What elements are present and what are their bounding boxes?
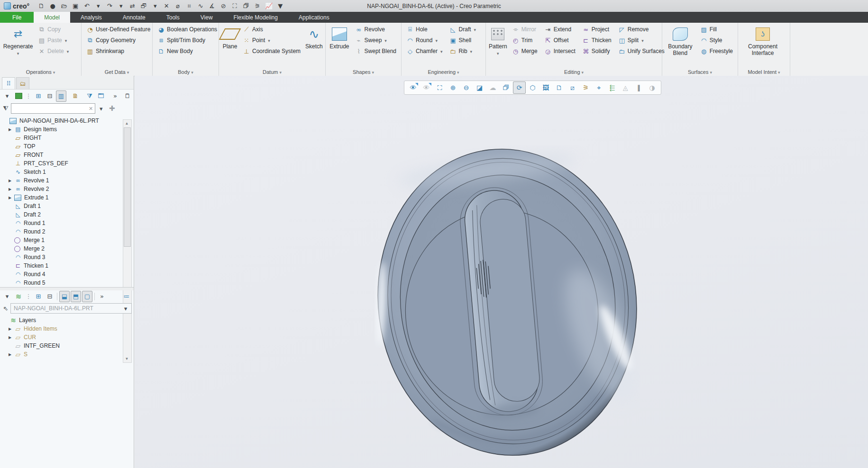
group-label-shapes[interactable]: Shapes bbox=[326, 69, 401, 75]
new-body-button[interactable]: New Body bbox=[155, 46, 219, 56]
scroll-thumb[interactable] bbox=[124, 127, 131, 247]
model-tree-tab[interactable] bbox=[2, 77, 15, 89]
graphics-viewport[interactable]: 👁👁⛶⊕⊖◪☁🗇⟳⬡🖽🗋⧄⚞⌖⬱◬∥◑ bbox=[135, 76, 868, 468]
toolbar-overflow-button[interactable] bbox=[110, 90, 120, 102]
layers-collapse-all-button[interactable] bbox=[45, 291, 55, 302]
window-switch-arrow-icon[interactable]: ▾ bbox=[150, 1, 160, 11]
measure-diameter-icon[interactable]: ⊘ bbox=[218, 1, 228, 11]
layer-item-s[interactable]: ▶ S bbox=[8, 350, 134, 359]
intersect-button[interactable]: Intersect bbox=[542, 46, 577, 56]
layer-item-hidden-items[interactable]: ▶ Hidden Items bbox=[8, 324, 134, 333]
axis-button[interactable]: Axis bbox=[241, 24, 302, 35]
swept-blend-button[interactable]: Swept Blend bbox=[353, 46, 398, 56]
layers-root[interactable]: ▶ Layers bbox=[3, 316, 134, 324]
layers-overflow-button[interactable] bbox=[97, 291, 107, 302]
paste-button[interactable]: Paste bbox=[36, 35, 71, 45]
pattern-button[interactable]: Pattern bbox=[489, 24, 507, 67]
ribbon-tab[interactable]: Applications bbox=[288, 12, 340, 23]
tree-filter-input[interactable] bbox=[13, 105, 89, 112]
collapse-all-button[interactable] bbox=[45, 90, 55, 102]
group-label-editing[interactable]: Editing bbox=[486, 69, 662, 75]
component-interface-button[interactable]: ʖ Component Interface bbox=[741, 24, 785, 67]
spin-center-icon[interactable]: ⬱ bbox=[606, 81, 619, 94]
tree-root-part[interactable]: ▶ NAP-NGOAI_BINH-DA-6L.PRT bbox=[3, 117, 134, 125]
close-window-icon[interactable]: ✕ bbox=[161, 1, 172, 11]
repaint-icon[interactable]: ◪ bbox=[473, 81, 486, 94]
tree-item-right[interactable]: ▶ RIGHT bbox=[8, 134, 134, 142]
show-hide-items-icon[interactable]: 👁 bbox=[407, 81, 420, 94]
tree-item-revolve-2[interactable]: ▶ Revolve 2 bbox=[8, 185, 134, 193]
tree-item-round-1[interactable]: ▶ Round 1 bbox=[8, 219, 134, 227]
split-button[interactable]: Split bbox=[616, 35, 667, 45]
expand-arrow[interactable]: ▶ bbox=[8, 127, 12, 132]
copy-geometry-button[interactable]: Copy Geometry bbox=[84, 35, 152, 45]
hole-button[interactable]: Hole bbox=[404, 24, 445, 35]
unify-surfaces-button[interactable]: Unify Surfaces bbox=[616, 46, 667, 56]
layers-menu-arrow[interactable] bbox=[2, 291, 12, 302]
tree-item-round-2[interactable]: ▶ Round 2 bbox=[8, 227, 134, 236]
hide-layer-items-toggle[interactable] bbox=[71, 291, 81, 302]
regenerate-button[interactable]: Regenerate bbox=[3, 24, 33, 67]
shrinkwrap-button[interactable]: Shrinkwrap bbox=[84, 46, 152, 56]
undo-arrow-icon[interactable]: ▾ bbox=[93, 1, 103, 11]
expand-arrow[interactable]: ▶ bbox=[8, 187, 12, 191]
datum-display-icon[interactable]: ⚞ bbox=[579, 81, 592, 94]
tree-item-revolve-1[interactable]: ▶ Revolve 1 bbox=[8, 176, 134, 185]
customize-arrow-icon[interactable]: ▼ bbox=[275, 1, 285, 11]
tree-item-merge-2[interactable]: ▶ Merge 2 bbox=[8, 244, 134, 253]
display-style-icon[interactable]: 🗇 bbox=[500, 81, 512, 94]
saved-orientations-icon[interactable]: ⟳ bbox=[513, 81, 526, 94]
expand-arrow[interactable]: ▶ bbox=[8, 179, 12, 183]
window-switch-icon[interactable]: 🗗 bbox=[138, 1, 149, 11]
active-model-icon[interactable] bbox=[13, 90, 24, 102]
point-button[interactable]: Point bbox=[241, 35, 302, 45]
tree-list-view-button[interactable] bbox=[122, 90, 133, 102]
group-label-operations[interactable]: Operations bbox=[0, 69, 81, 75]
tree-settings-button[interactable] bbox=[96, 90, 106, 102]
rib-button[interactable]: Rib bbox=[448, 46, 478, 56]
filter-add-button[interactable] bbox=[107, 103, 117, 114]
zoom-in-icon[interactable]: ⊕ bbox=[447, 81, 459, 94]
redo-icon[interactable]: ↷ bbox=[104, 1, 115, 11]
extend-button[interactable]: Extend bbox=[542, 24, 577, 35]
tree-item-round-4[interactable]: ▶ Round 4 bbox=[8, 270, 134, 279]
recent-visibility-icon[interactable]: 👁 bbox=[420, 81, 433, 94]
group-label-body[interactable]: Body bbox=[153, 69, 219, 75]
layer-expand-arrow[interactable]: ▶ bbox=[8, 335, 12, 340]
ribbon-tab[interactable]: Tools bbox=[156, 12, 190, 23]
measure-angle-icon[interactable]: ∡ bbox=[207, 1, 217, 11]
tree-item-sketch-1[interactable]: ▶ Sketch 1 bbox=[8, 168, 134, 176]
sketch-button[interactable]: ∿ Sketch bbox=[305, 24, 323, 67]
ribbon-tab[interactable]: View bbox=[190, 12, 223, 23]
style-button[interactable]: Style bbox=[698, 35, 735, 45]
undo-icon[interactable]: ↶ bbox=[82, 1, 92, 11]
perspective-view-icon[interactable]: 🗋 bbox=[553, 81, 566, 94]
tree-item-round-5[interactable]: ▶ Round 5 bbox=[8, 279, 134, 287]
group-label-get-data[interactable]: Get Data bbox=[82, 69, 152, 75]
plane-button[interactable]: Plane bbox=[222, 24, 238, 67]
graph-tool-icon[interactable]: 📈 bbox=[264, 1, 274, 11]
tree-columns-button[interactable] bbox=[56, 90, 66, 102]
delete-button[interactable]: Delete bbox=[36, 46, 71, 56]
3d-model-cap[interactable] bbox=[375, 146, 640, 462]
save-icon[interactable]: ▣ bbox=[70, 1, 81, 11]
chamfer-button[interactable]: Chamfer bbox=[404, 46, 445, 56]
layer-expand-arrow[interactable]: ▶ bbox=[8, 352, 12, 357]
ribbon-tab[interactable]: Annotate bbox=[112, 12, 156, 23]
layers-model-combo-input[interactable] bbox=[13, 305, 122, 312]
shading-quality-icon[interactable]: ☁ bbox=[486, 81, 499, 94]
material-icon[interactable]: ● bbox=[47, 1, 58, 11]
tree-item-prt-csys-def[interactable]: ▶ PRT_CSYS_DEF bbox=[8, 159, 134, 168]
layers-model-combo[interactable] bbox=[10, 303, 132, 314]
measure-point-icon[interactable]: ⌗ bbox=[184, 1, 194, 11]
layers-expand-all-button[interactable] bbox=[33, 291, 44, 302]
split-trim-body-button[interactable]: Split/Trim Body bbox=[155, 35, 219, 45]
fill-button[interactable]: Fill bbox=[698, 24, 735, 35]
copy-button[interactable]: Copy bbox=[36, 24, 71, 35]
ribbon-tab[interactable]: Analysis bbox=[70, 12, 112, 23]
folder-browser-tab[interactable] bbox=[16, 77, 29, 89]
tree-item-merge-1[interactable]: ▶ Merge 1 bbox=[8, 236, 134, 244]
round-button[interactable]: Round bbox=[404, 35, 445, 45]
tree-item-draft-1[interactable]: ▶ Draft 1 bbox=[8, 202, 134, 210]
redo-arrow-icon[interactable]: ▾ bbox=[116, 1, 126, 11]
